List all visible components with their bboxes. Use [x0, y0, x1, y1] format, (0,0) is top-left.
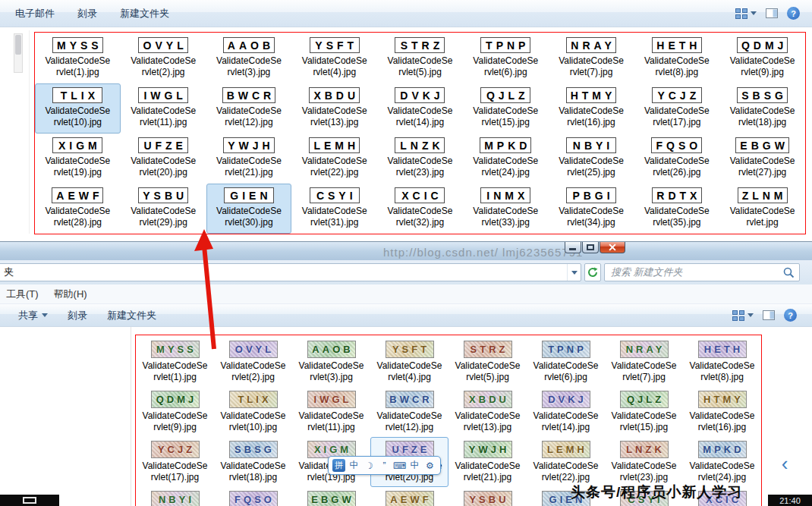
- file-item[interactable]: DVKJValidateCodeServlet(14).jpg: [377, 83, 463, 134]
- close-button[interactable]: [600, 242, 625, 253]
- refresh-button[interactable]: [584, 263, 601, 281]
- file-item[interactable]: STRZValidateCodeServlet(5).jpg: [377, 33, 463, 83]
- file-item[interactable]: ZLNMValidateCodeServlet.jpg: [719, 184, 805, 234]
- captcha-thumbnail: TPNP: [542, 341, 590, 358]
- file-item[interactable]: IWGLValidateCodeServlet(11).jpg: [292, 387, 370, 437]
- address-dropdown-button[interactable]: [567, 264, 581, 281]
- burn-command[interactable]: 刻录: [77, 7, 97, 20]
- file-item[interactable]: TLIXValidateCodeServlet(10).jpg: [35, 83, 121, 134]
- file-item[interactable]: AAOBValidateCodeServlet(3).jpg: [292, 337, 370, 387]
- file-item[interactable]: NBYIValidateCodeServlet(25).jpg: [136, 487, 214, 506]
- ime-mode-icon[interactable]: 中: [348, 459, 360, 472]
- file-item[interactable]: EBGWValidateCodeServlet(27).jpg: [719, 134, 805, 184]
- ime-toolbar[interactable]: 拼中☽”⌨中⚙: [328, 456, 441, 475]
- file-item[interactable]: YCJZValidateCodeServlet(17).jpg: [634, 83, 719, 134]
- ime-mode-icon[interactable]: ⌨: [393, 459, 406, 472]
- file-item[interactable]: LEMHValidateCodeServlet(22).jpg: [291, 134, 377, 184]
- file-item[interactable]: MPKDValidateCodeServlet(24).jpg: [683, 437, 761, 487]
- change-view-button[interactable]: [735, 8, 757, 19]
- scrollbar-thumb[interactable]: [15, 35, 21, 55]
- file-item[interactable]: HETHValidateCodeServlet(8).jpg: [683, 337, 761, 387]
- file-item[interactable]: TPNPValidateCodeServlet(6).jpg: [527, 337, 605, 387]
- file-item[interactable]: QJLZValidateCodeServlet(15).jpg: [605, 387, 683, 437]
- file-item[interactable]: TLIXValidateCodeServlet(10).jpg: [214, 387, 292, 437]
- preview-pane-button[interactable]: [763, 310, 775, 320]
- file-item[interactable]: MYSSValidateCodeServlet(1).jpg: [35, 33, 121, 83]
- file-item[interactable]: MPKDValidateCodeServlet(24).jpg: [463, 134, 549, 184]
- file-item[interactable]: LNZKValidateCodeServlet(23).jpg: [605, 437, 683, 487]
- file-item[interactable]: AEWFValidateCodeServlet(28).jpg: [35, 184, 121, 234]
- new-folder-command[interactable]: 新建文件夹: [107, 309, 156, 322]
- file-item[interactable]: FQSOValidateCodeServlet(26).jpg: [214, 487, 292, 506]
- file-item[interactable]: YWJHValidateCodeServlet(21).jpg: [206, 134, 292, 184]
- file-item[interactable]: BWCRValidateCodeServlet(12).jpg: [206, 83, 292, 134]
- maximize-button[interactable]: [582, 242, 599, 253]
- change-view-button[interactable]: [732, 310, 754, 321]
- file-item[interactable]: HTMYValidateCodeServlet(16).jpg: [683, 387, 761, 437]
- file-item[interactable]: YSFTValidateCodeServlet(4).jpg: [370, 337, 448, 387]
- file-item[interactable]: STRZValidateCodeServlet(5).jpg: [448, 337, 527, 387]
- captcha-thumbnail: TLIX: [229, 391, 278, 408]
- file-item[interactable]: YSFTValidateCodeServlet(4).jpg: [291, 33, 377, 83]
- file-item[interactable]: UFZEValidateCodeServlet(20).jpg: [121, 134, 206, 184]
- ime-mode-icon[interactable]: ⚙: [423, 459, 436, 472]
- ime-mode-icon[interactable]: ☽: [363, 459, 376, 472]
- file-item[interactable]: NRAYValidateCodeServlet(7).jpg: [549, 33, 634, 83]
- file-item[interactable]: AAOBValidateCodeServlet(3).jpg: [206, 33, 292, 83]
- file-item[interactable]: FQSOValidateCodeServlet(26).jpg: [634, 134, 719, 184]
- file-item[interactable]: NRAYValidateCodeServlet(7).jpg: [605, 337, 683, 387]
- file-item[interactable]: DVKJValidateCodeServlet(14).jpg: [527, 387, 605, 437]
- file-item[interactable]: TPNPValidateCodeServlet(6).jpg: [463, 33, 549, 83]
- file-item[interactable]: QDMJValidateCodeServlet(9).jpg: [136, 387, 214, 437]
- file-item[interactable]: QDMJValidateCodeServlet(9).jpg: [719, 33, 805, 83]
- file-item[interactable]: INMXValidateCodeServlet(33).jpg: [463, 184, 549, 234]
- taskbar-fragment-left[interactable]: [0, 495, 59, 506]
- file-item[interactable]: HTMYValidateCodeServlet(16).jpg: [549, 83, 634, 134]
- file-item[interactable]: LEMHValidateCodeServlet(22).jpg: [527, 437, 605, 487]
- file-item[interactable]: XCICValidateCodeServlet(32).jpg: [377, 184, 463, 234]
- new-folder-command[interactable]: 新建文件夹: [120, 7, 169, 20]
- file-item[interactable]: SBSGValidateCodeServlet(18).jpg: [214, 437, 292, 487]
- file-item[interactable]: QJLZValidateCodeServlet(15).jpg: [463, 83, 549, 134]
- nav-pane-scrollbar[interactable]: [14, 33, 23, 73]
- preview-pane-button[interactable]: [766, 8, 778, 18]
- search-icon[interactable]: [783, 267, 795, 278]
- file-item[interactable]: CSYIValidateCodeServlet(31).jpg: [291, 184, 377, 234]
- menu-help[interactable]: 帮助(H): [54, 288, 87, 301]
- file-item[interactable]: RDTXValidateCodeServlet(35).jpg: [634, 184, 719, 234]
- search-input[interactable]: 搜索 新建文件夹: [604, 263, 800, 281]
- file-item[interactable]: IWGLValidateCodeServlet(11).jpg: [121, 83, 206, 134]
- minimize-button[interactable]: [565, 242, 581, 253]
- email-command[interactable]: 电子邮件: [15, 7, 55, 20]
- ime-mode-icon[interactable]: ”: [378, 459, 391, 472]
- file-item[interactable]: GIENValidateCodeServlet(30).jpg: [206, 184, 292, 234]
- file-item[interactable]: SBSGValidateCodeServlet(18).jpg: [719, 83, 805, 134]
- menu-tools[interactable]: 工具(T): [6, 288, 39, 301]
- help-icon[interactable]: ?: [787, 7, 800, 20]
- file-item[interactable]: XBDUValidateCodeServlet(13).jpg: [291, 83, 377, 134]
- file-item[interactable]: OVYLValidateCodeServlet(2).jpg: [121, 33, 206, 83]
- file-item[interactable]: YCJZValidateCodeServlet(17).jpg: [136, 437, 214, 487]
- file-item[interactable]: XIGMValidateCodeServlet(19).jpg: [35, 134, 121, 184]
- title-bar[interactable]: http://blog.csdn.net/ lmj623565791: [0, 242, 812, 260]
- file-name: ValidateCodeServlet(14).jpg: [533, 410, 599, 433]
- file-item[interactable]: EBGWValidateCodeServlet(27).jpg: [292, 487, 370, 506]
- file-item[interactable]: AEWFValidateCodeServlet(28).jpg: [370, 487, 448, 506]
- file-item[interactable]: LNZKValidateCodeServlet(23).jpg: [377, 134, 463, 184]
- collapse-chevron-button[interactable]: ‹: [777, 448, 792, 479]
- address-bar[interactable]: 夹: [0, 263, 581, 281]
- ime-logo-icon[interactable]: 拼: [332, 459, 345, 472]
- ime-mode-icon[interactable]: 中: [408, 459, 421, 472]
- taskbar-clock[interactable]: 21:40: [768, 495, 812, 506]
- file-item[interactable]: YSBUValidateCodeServlet(29).jpg: [121, 184, 206, 234]
- file-item[interactable]: YWJHValidateCodeServlet(21).jpg: [448, 437, 527, 487]
- burn-command[interactable]: 刻录: [68, 309, 87, 322]
- share-command[interactable]: 共享: [18, 309, 48, 322]
- file-item[interactable]: YSBUValidateCodeServlet(29).jpg: [448, 487, 527, 506]
- file-item[interactable]: BWCRValidateCodeServlet(12).jpg: [370, 387, 448, 437]
- file-item[interactable]: HETHValidateCodeServlet(8).jpg: [634, 33, 719, 83]
- file-item[interactable]: NBYIValidateCodeServlet(25).jpg: [549, 134, 634, 184]
- file-item[interactable]: PBGIValidateCodeServlet(34).jpg: [549, 184, 634, 234]
- help-icon[interactable]: ?: [784, 309, 797, 322]
- file-item[interactable]: XBDUValidateCodeServlet(13).jpg: [448, 387, 527, 437]
